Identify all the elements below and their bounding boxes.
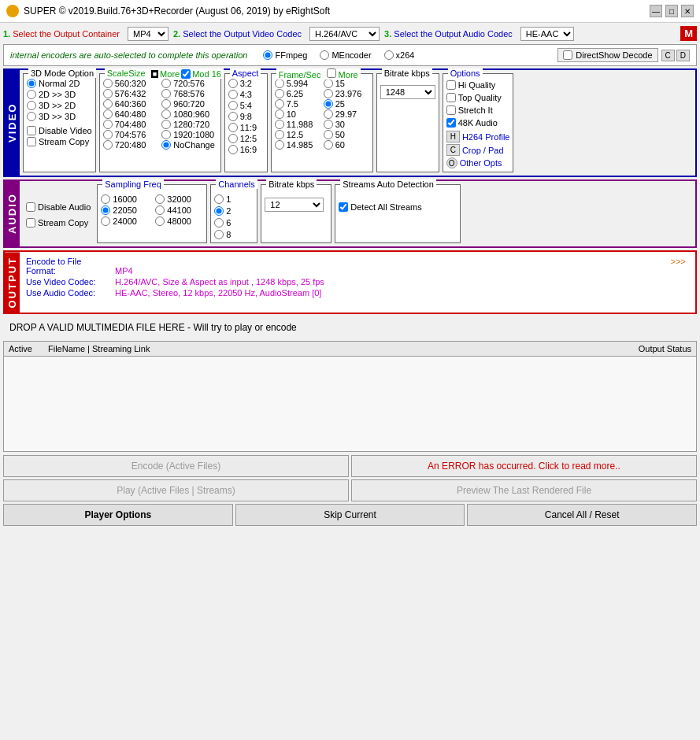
scale-1280[interactable]: 1280:720 <box>161 120 217 129</box>
stream-copy-audio-label[interactable]: Stream Copy <box>26 218 91 228</box>
crop-pad-button[interactable]: C <box>446 144 460 156</box>
fps-50[interactable]: 50 <box>324 130 369 139</box>
crop-pad-link[interactable]: Crop / Pad <box>462 146 504 155</box>
samp-44100[interactable]: 44100 <box>155 205 203 215</box>
scale-640-480[interactable]: 640:480 <box>103 109 159 119</box>
fps-25[interactable]: 25 <box>324 99 369 109</box>
scale-720-576[interactable]: 720:576 <box>161 79 217 88</box>
48k-audio-checkbox[interactable] <box>446 118 456 128</box>
scale-704-576[interactable]: 704:576 <box>103 130 159 139</box>
asp-12-5[interactable]: 12:5 <box>228 134 264 143</box>
x264-radio-label[interactable]: x264 <box>384 50 415 60</box>
samp-24000[interactable]: 24000 <box>101 216 149 226</box>
video-codec-select[interactable]: H.264/AVCH.265/HEVCMPEG-4 <box>309 27 380 41</box>
h264-profile-button[interactable]: H <box>446 131 460 142</box>
mencoder-radio[interactable] <box>320 50 329 60</box>
stretch-it-checkbox[interactable] <box>446 105 456 115</box>
player-options-button[interactable]: Player Options <box>3 504 233 526</box>
close-button[interactable]: ✕ <box>681 5 694 17</box>
samp-22050[interactable]: 22050 <box>101 205 149 215</box>
3dto2d-radio[interactable] <box>27 101 36 110</box>
framerate-more-checkbox[interactable] <box>327 68 336 78</box>
fps-60[interactable]: 60 <box>324 140 369 150</box>
scale-704-480[interactable]: 704:480 <box>103 120 159 129</box>
directshow-checkbox[interactable] <box>563 50 572 60</box>
disable-audio-checkbox[interactable] <box>26 202 35 212</box>
stream-copy-audio-checkbox[interactable] <box>26 218 35 228</box>
top-quality-checkbox[interactable] <box>446 93 456 102</box>
container-select[interactable]: MP4AVIMKVMOV <box>128 27 169 41</box>
mencoder-radio-label[interactable]: MEncoder <box>320 50 371 60</box>
asp-5-4[interactable]: 5:4 <box>228 101 264 110</box>
samp-48000[interactable]: 48000 <box>155 216 203 226</box>
asp-16-9[interactable]: 16:9 <box>228 145 264 154</box>
asp-11-9[interactable]: 11:9 <box>228 123 264 132</box>
fps-15[interactable]: 15 <box>324 79 369 88</box>
ch-2[interactable]: 2 <box>214 206 254 216</box>
disable-audio-label[interactable]: Disable Audio <box>26 202 91 212</box>
samp-16000[interactable]: 16000 <box>101 194 149 204</box>
normal2d-radio[interactable] <box>27 79 36 88</box>
fps-75[interactable]: 7.5 <box>275 99 320 109</box>
directshow-checkbox-label[interactable]: DirectShow Decode <box>557 48 657 62</box>
c-button[interactable]: C <box>661 50 675 61</box>
hi-quality-label[interactable]: Hi Quality <box>446 80 510 90</box>
disable-video-checkbox[interactable] <box>27 126 36 135</box>
fps-2997[interactable]: 29.97 <box>324 109 369 119</box>
48k-audio-label[interactable]: 48K Audio <box>446 118 510 128</box>
2dto3d-label[interactable]: 2D >> 3D <box>27 90 92 99</box>
top-quality-label[interactable]: Top Quality <box>446 93 510 102</box>
3dto3d-label[interactable]: 3D >> 3D <box>27 112 92 121</box>
preview-button[interactable]: Preview The Last Rendered File <box>351 479 697 501</box>
2dto3d-radio[interactable] <box>27 90 36 99</box>
asp-9-8[interactable]: 9:8 <box>228 112 264 121</box>
x264-radio[interactable] <box>384 50 394 60</box>
detect-all-streams-label[interactable]: Detect All Streams <box>339 202 421 212</box>
scale-720-480[interactable]: 720:480 <box>103 140 159 150</box>
3dto3d-radio[interactable] <box>27 112 36 121</box>
asp-4-3[interactable]: 4:3 <box>228 90 264 99</box>
ch-6[interactable]: 6 <box>214 218 254 228</box>
normal2d-label[interactable]: Normal 2D <box>27 79 92 88</box>
other-opts-link[interactable]: Other Opts <box>460 158 502 168</box>
fps-125[interactable]: 12.5 <box>275 130 320 139</box>
stream-copy-video-label[interactable]: Stream Copy <box>27 137 92 146</box>
encode-button[interactable]: Encode (Active Files) <box>3 455 349 477</box>
scale-nochange[interactable]: NoChange <box>161 140 217 150</box>
stream-copy-video-checkbox[interactable] <box>27 137 36 146</box>
drop-zone[interactable]: DROP A VALID MULTIMEDIA FILE HERE - Will… <box>3 317 697 338</box>
scale-768[interactable]: 768:576 <box>161 89 217 98</box>
scale-576[interactable]: 576:432 <box>103 89 159 98</box>
skip-current-button[interactable]: Skip Current <box>235 504 465 526</box>
samp-32000[interactable]: 32000 <box>155 194 203 204</box>
detect-all-streams-checkbox[interactable] <box>339 202 348 212</box>
minimize-button[interactable]: — <box>650 5 662 17</box>
video-bitrate-select[interactable]: 5127681000 124815002000 <box>380 85 435 99</box>
mod16-checkbox[interactable] <box>181 69 191 79</box>
fps-5994[interactable]: 5.994 <box>275 79 320 88</box>
disable-video-label[interactable]: Disable Video <box>27 126 92 135</box>
h264-profile-link[interactable]: H264 Profile <box>462 132 510 142</box>
3dto2d-label[interactable]: 3D >> 2D <box>27 101 92 110</box>
scale-1920[interactable]: 1920:1080 <box>161 130 217 139</box>
fps-625[interactable]: 6.25 <box>275 89 320 98</box>
audio-codec-select[interactable]: HE-AACAACMP3 <box>520 27 574 41</box>
hi-quality-checkbox[interactable] <box>446 80 456 90</box>
ffmpeg-radio[interactable] <box>263 50 272 60</box>
play-button[interactable]: Play (Active Files | Streams) <box>3 479 349 501</box>
scale-960[interactable]: 960:720 <box>161 99 217 109</box>
scale-560[interactable]: 560:320 <box>103 79 159 88</box>
scale-1080[interactable]: 1080:960 <box>161 109 217 119</box>
fps-23976[interactable]: 23.976 <box>324 89 369 98</box>
m-badge[interactable]: M <box>680 26 697 41</box>
ffmpeg-radio-label[interactable]: FFmpeg <box>263 50 307 60</box>
asp-3-2[interactable]: 3:2 <box>228 79 264 88</box>
stretch-it-label[interactable]: Stretch It <box>446 105 510 115</box>
fps-11988[interactable]: 11.988 <box>275 120 320 129</box>
fps-14985[interactable]: 14.985 <box>275 140 320 150</box>
ch-1[interactable]: 1 <box>214 194 254 204</box>
maximize-button[interactable]: □ <box>665 5 678 17</box>
error-button[interactable]: An ERROR has occurred. Click to read mor… <box>351 455 697 477</box>
fps-10[interactable]: 10 <box>275 109 320 119</box>
cancel-all-button[interactable]: Cancel All / Reset <box>467 504 697 526</box>
